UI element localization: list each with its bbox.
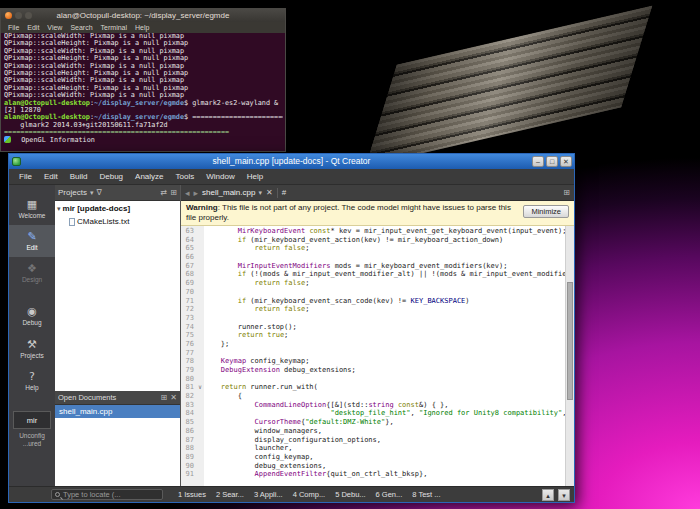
text-segment: return — [255, 244, 280, 252]
mode-help[interactable]: ?Help — [9, 365, 55, 397]
terminal-menu-view[interactable]: View — [43, 24, 66, 31]
mode-welcome[interactable]: ▦Welcome — [9, 193, 55, 225]
terminal-titlebar[interactable]: alan@Octopull-desktop: ~/display_server/… — [1, 9, 285, 22]
open-documents-list: shell_main.cpp — [55, 405, 180, 486]
maximize-button[interactable]: □ — [546, 156, 558, 167]
close-document-icon[interactable]: ✕ — [266, 188, 273, 197]
terminal-close-button[interactable] — [5, 12, 12, 19]
sync-icon[interactable]: ⇄ — [161, 188, 168, 197]
line-number: 79 — [181, 366, 196, 375]
text-segment: ; — [284, 331, 288, 339]
terminal-menu-help[interactable]: Help — [131, 24, 153, 31]
scrollbar-thumb[interactable] — [567, 282, 573, 400]
terminal-menu-edit[interactable]: Edit — [23, 24, 43, 31]
output-pane-button[interactable]: 2 Sear... — [211, 490, 249, 499]
minimize-warning-button[interactable]: Minimize — [523, 205, 569, 218]
line-number: 80 — [181, 375, 196, 384]
output-pane-button[interactable]: 3 Appli... — [249, 490, 288, 499]
text-segment: debug_extensions, — [204, 462, 326, 470]
output-pane-button[interactable]: 6 Gen... — [371, 490, 408, 499]
menu-help[interactable]: Help — [241, 169, 269, 185]
code-text: CommandLineOption{[&](std::string const&… — [204, 401, 574, 410]
open-documents-title[interactable]: Open Documents — [58, 393, 116, 402]
code-text: return true; — [204, 331, 574, 340]
qtc-menubar: FileEditBuildDebugAnalyzeToolsWindowHelp — [9, 169, 574, 185]
symbol-dropdown[interactable]: # — [282, 188, 286, 197]
chevron-down-icon[interactable]: ▾ — [90, 189, 94, 197]
search-icon — [55, 492, 60, 497]
mode-edit[interactable]: ✎Edit — [9, 225, 55, 257]
menu-tools[interactable]: Tools — [170, 169, 201, 185]
text-segment: if — [238, 270, 246, 278]
output-pane-button[interactable]: 5 Debu... — [330, 490, 370, 499]
mode-projects[interactable]: ⚒Projects — [9, 333, 55, 365]
line-number: 86 — [181, 427, 196, 436]
terminal-menu-terminal[interactable]: Terminal — [97, 24, 131, 31]
kit-selector-button[interactable]: mir — [13, 411, 51, 429]
text-segment: ========================================… — [4, 128, 229, 136]
code-text: window_managers, — [204, 427, 574, 436]
code-text: Keymap config_keymap; — [204, 357, 574, 366]
text-segment: launcher, — [204, 444, 293, 452]
output-pane-button[interactable]: 1 Issues — [173, 490, 211, 499]
code-line: 83 CommandLineOption{[&](std::string con… — [181, 401, 574, 410]
code-text — [204, 253, 574, 262]
minimize-button[interactable]: – — [532, 156, 544, 167]
terminal-maximize-button[interactable] — [25, 12, 32, 19]
split-editor-icon[interactable]: ⊞ — [563, 188, 570, 197]
projects-pane-title[interactable]: Projects — [58, 188, 87, 197]
code-text — [204, 288, 574, 297]
terminal-minimize-button[interactable] — [15, 12, 22, 19]
code-editor[interactable]: 63 MirKeyboardEvent const* kev = mir_inp… — [181, 226, 574, 486]
terminal-menu-file[interactable]: File — [4, 24, 23, 31]
menu-file[interactable]: File — [13, 169, 38, 185]
back-icon[interactable]: ◂ — [185, 188, 190, 198]
down-arrow-button[interactable]: ▾ — [558, 489, 570, 501]
output-pane-button[interactable]: 4 Comp... — [288, 490, 331, 499]
output-pane-button[interactable]: 8 Test ... — [407, 490, 445, 499]
fold-marker-icon[interactable]: ∨ — [196, 383, 204, 392]
code-line: 71 if (mir_keyboard_event_scan_code(kev)… — [181, 297, 574, 306]
toolbar-separator — [277, 188, 278, 198]
desktop: alan@Octopull-desktop: ~/display_server/… — [0, 0, 700, 509]
close-icon[interactable]: ✕ — [170, 393, 177, 402]
editor-scrollbar[interactable] — [565, 226, 574, 486]
menu-debug[interactable]: Debug — [93, 169, 129, 185]
document-dropdown[interactable]: shell_main.cpp ▾ — [202, 188, 262, 197]
text-segment — [204, 305, 255, 313]
tree-item-cmakelists[interactable]: CMakeLists.txt — [55, 216, 180, 227]
text-segment: return — [255, 279, 280, 287]
fold-column — [196, 227, 204, 236]
split-icon[interactable]: ⊞ — [161, 393, 168, 402]
forward-icon[interactable]: ▸ — [194, 188, 199, 198]
text-segment: runner.stop(); — [204, 323, 297, 331]
menu-build[interactable]: Build — [64, 169, 94, 185]
locator-input[interactable]: Type to locate (... — [51, 489, 163, 500]
text-segment: if — [238, 297, 246, 305]
tree-item-project-root[interactable]: ▾ mir [update-docs] — [55, 203, 180, 214]
fold-column — [196, 262, 204, 271]
mode-label: Help — [25, 384, 38, 391]
line-number: 71 — [181, 297, 196, 306]
code-text: AppendEventFilter{quit_on_ctrl_alt_bksp}… — [204, 470, 574, 479]
up-arrow-button[interactable]: ▴ — [542, 489, 554, 501]
qtcreator-titlebar[interactable]: shell_main.cpp [update-docs] - Qt Creato… — [9, 154, 574, 169]
terminal-output[interactable]: QPixmap::scaleWidth: Pixmap is a null pi… — [4, 33, 283, 151]
terminal-menu-search[interactable]: Search — [66, 24, 96, 31]
open-document-item[interactable]: shell_main.cpp — [55, 405, 180, 418]
code-text — [204, 349, 574, 358]
mode-debug[interactable]: ◉Debug — [9, 299, 55, 333]
code-line: 69 return false; — [181, 279, 574, 288]
split-icon[interactable]: ⊞ — [170, 188, 177, 197]
close-button[interactable]: ✕ — [560, 156, 572, 167]
menu-edit[interactable]: Edit — [38, 169, 64, 185]
expand-arrow-icon[interactable]: ▾ — [57, 205, 61, 213]
fold-column — [196, 418, 204, 427]
code-text: return runner.run_with( — [204, 383, 574, 392]
code-text: "desktop_file_hint", "Ignored for Unity8… — [204, 409, 574, 418]
menu-analyze[interactable]: Analyze — [129, 169, 169, 185]
text-segment: KEY_BACKSPACE — [411, 297, 466, 305]
filter-icon[interactable]: ∇ — [96, 188, 101, 197]
edit-icon: ✎ — [27, 231, 36, 243]
menu-window[interactable]: Window — [200, 169, 240, 185]
